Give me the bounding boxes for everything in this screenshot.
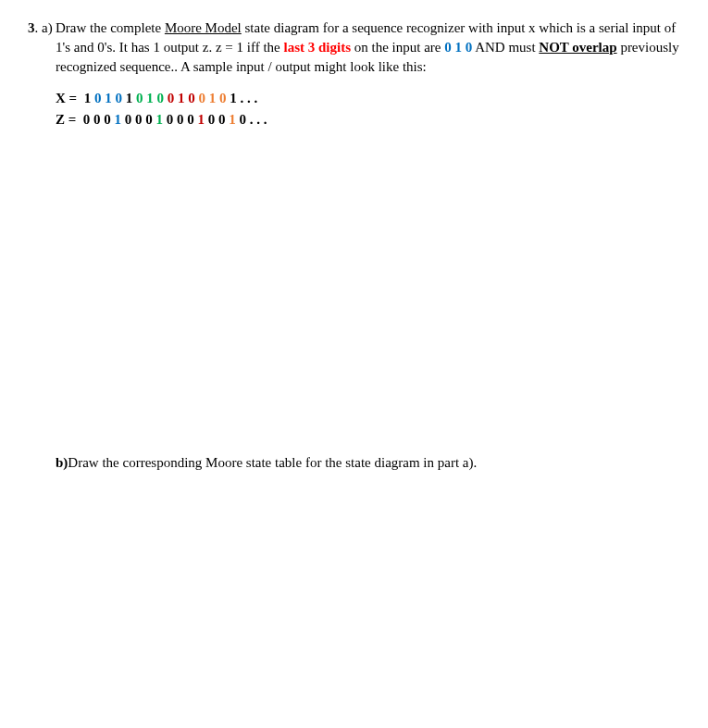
- x-digit: 0: [188, 91, 195, 105]
- part-b-label: b): [56, 453, 68, 473]
- z-digit: 0: [218, 112, 226, 127]
- x-tail: . . .: [237, 91, 258, 105]
- x-digit: 0: [198, 91, 205, 105]
- part-a-marker: . a): [35, 20, 53, 35]
- question-content: Draw the complete Moore Model state diag…: [56, 19, 680, 473]
- moore-model-term: Moore Model: [165, 20, 242, 35]
- sample-z-row: Z = 0 0 0 1 0 0 0 1 0 0 0 1 0 0 1 0 . . …: [56, 109, 680, 130]
- z-tail: . . .: [246, 112, 267, 127]
- part-a-text: Draw the complete Moore Model state diag…: [56, 19, 680, 77]
- text-segment: Draw the complete: [56, 20, 165, 35]
- x-digit: 0: [156, 91, 164, 105]
- part-b-text: Draw the corresponding Moore state table…: [68, 453, 477, 473]
- q-num-text: 3: [28, 20, 35, 35]
- z-label: Z =: [56, 112, 83, 127]
- x-label: X =: [56, 91, 84, 105]
- z-digit: 1: [156, 112, 164, 127]
- x-digit: 1: [105, 91, 112, 105]
- text-segment: on the input are: [351, 40, 444, 55]
- x-digit: 1: [146, 91, 154, 105]
- not-overlap-term: NOT overlap: [539, 40, 616, 55]
- part-b: b) Draw the corresponding Moore state ta…: [56, 453, 680, 473]
- z-digit: 0: [104, 112, 111, 127]
- z-digit: 1: [115, 112, 122, 127]
- x-digit: 1: [230, 91, 237, 105]
- question-3: 3. a) Draw the complete Moore Model stat…: [28, 19, 680, 473]
- z-digit: 0: [240, 112, 247, 127]
- pattern-010: 0 1 0: [444, 40, 472, 55]
- z-digit: 0: [187, 112, 194, 127]
- z-digit: 0: [145, 112, 153, 127]
- z-digit: 0: [177, 112, 184, 127]
- text-segment: AND must: [472, 40, 539, 55]
- sample-x-row: X = 1 0 1 0 1 0 1 0 0 1 0 0 1 0 1 . . .: [56, 88, 680, 109]
- last-3-digits: last 3 digits: [283, 40, 351, 55]
- z-digit: 1: [229, 112, 236, 127]
- z-digit: 0: [135, 112, 143, 127]
- sample-io-block: X = 1 0 1 0 1 0 1 0 0 1 0 0 1 0 1 . . . …: [56, 88, 680, 130]
- z-digit: 1: [198, 112, 205, 127]
- x-digit: 0: [115, 91, 122, 105]
- z-digit: 0: [93, 112, 101, 127]
- question-number: 3. a): [28, 19, 56, 38]
